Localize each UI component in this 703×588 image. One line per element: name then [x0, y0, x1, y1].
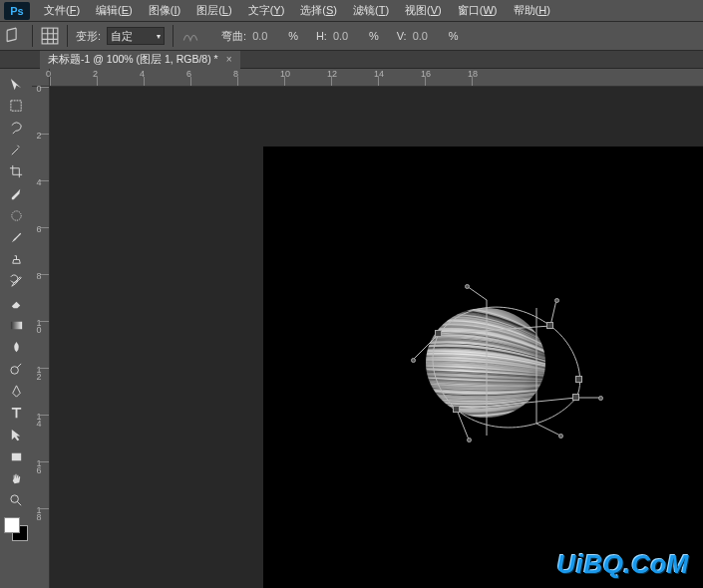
svg-rect-3	[10, 321, 21, 329]
gradient-tool[interactable]	[5, 316, 27, 334]
ruler-tick: 4	[144, 69, 190, 86]
history-brush-tool[interactable]	[5, 272, 27, 290]
svg-rect-1	[10, 100, 20, 110]
zoom-tool[interactable]	[5, 491, 27, 509]
move-tool[interactable]	[5, 75, 27, 93]
magic-wand-tool[interactable]	[5, 141, 27, 158]
warp-shape-dropdown[interactable]: 自定 ▾	[107, 27, 165, 45]
menu-s[interactable]: 选择(S)	[292, 3, 345, 18]
svg-rect-5	[11, 452, 20, 460]
ruler-tick: 14	[32, 415, 49, 461]
horizontal-ruler[interactable]: 024681012141618	[50, 69, 703, 87]
ruler-tick: 18	[32, 508, 49, 555]
close-icon[interactable]: ×	[226, 54, 232, 65]
dodge-tool[interactable]	[5, 360, 27, 378]
document-tab[interactable]: 未标题-1 @ 100% (图层 1, RGB/8) * ×	[40, 51, 240, 69]
ruler-tick: 2	[97, 69, 144, 86]
menu-h[interactable]: 帮助(H)	[506, 3, 558, 18]
ruler-tick: 6	[190, 69, 237, 86]
warp-tool-icon	[6, 27, 24, 45]
eyedropper-tool[interactable]	[5, 184, 27, 202]
ruler-tick: 8	[32, 274, 49, 321]
ruler-tick: 16	[32, 461, 49, 508]
canvas-area[interactable]: 024681012141618 024681012141618	[32, 69, 703, 588]
menu-l[interactable]: 图层(L)	[188, 3, 239, 18]
menu-t[interactable]: 滤镜(T)	[345, 3, 397, 18]
tools-panel	[0, 69, 32, 588]
menu-w[interactable]: 窗口(W)	[450, 3, 506, 18]
ruler-tick: 2	[32, 134, 49, 180]
warp-handle[interactable]	[572, 394, 579, 401]
hand-tool[interactable]	[5, 469, 27, 487]
crop-tool[interactable]	[5, 162, 27, 180]
ruler-tick: 18	[472, 69, 519, 86]
layer-artwork	[401, 278, 610, 447]
ruler-tick: 0	[50, 69, 97, 86]
lasso-tool[interactable]	[5, 119, 27, 137]
ruler-tick: 16	[425, 69, 472, 86]
chevron-down-icon: ▾	[157, 32, 161, 41]
menu-y[interactable]: 文字(Y)	[240, 3, 293, 18]
warp-orientation-icon[interactable]	[181, 27, 199, 45]
options-divider	[67, 25, 68, 47]
menu-e[interactable]: 编辑(E)	[88, 3, 141, 18]
warp-control-point[interactable]	[467, 438, 472, 442]
color-swatches[interactable]	[4, 517, 28, 541]
h-distort-field[interactable]: 0.0	[333, 28, 363, 44]
warp-control-point[interactable]	[558, 434, 563, 439]
clone-stamp-tool[interactable]	[5, 250, 27, 268]
percent-label: %	[449, 30, 459, 42]
work-area: 024681012141618 024681012141618	[0, 69, 703, 588]
svg-point-6	[10, 494, 18, 502]
options-divider	[32, 25, 33, 47]
watermark-text: UiBQ.CoM	[556, 549, 689, 580]
warp-shape-label: 变形:	[76, 29, 101, 44]
foreground-color-swatch[interactable]	[4, 517, 20, 533]
blur-tool[interactable]	[5, 338, 27, 356]
menu-f[interactable]: 文件(F)	[36, 3, 88, 18]
svg-point-2	[11, 210, 20, 219]
pen-tool[interactable]	[5, 382, 27, 400]
warp-handle[interactable]	[435, 330, 442, 337]
ruler-tick: 8	[237, 69, 284, 86]
ruler-tick: 14	[378, 69, 425, 86]
menu-v[interactable]: 视图(V)	[397, 3, 450, 18]
vertical-ruler[interactable]: 024681012141618	[32, 87, 50, 588]
menu-i[interactable]: 图像(I)	[141, 3, 188, 18]
brush-tool[interactable]	[5, 228, 27, 246]
bend-field[interactable]: 0.0	[252, 28, 282, 44]
ruler-tick: 10	[32, 321, 49, 368]
percent-label: %	[369, 30, 379, 42]
bend-label: 弯曲:	[221, 29, 246, 44]
ruler-tick: 12	[331, 69, 378, 86]
warp-handle[interactable]	[575, 376, 582, 383]
percent-label: %	[288, 30, 298, 42]
v-distort-label: V:	[397, 30, 407, 42]
ruler-tick: 6	[32, 227, 49, 274]
warp-control-point[interactable]	[411, 358, 416, 363]
warped-layer[interactable]	[401, 278, 610, 447]
grid-3x3-icon[interactable]	[41, 27, 59, 45]
svg-point-4	[10, 366, 18, 374]
warp-shape-value: 自定	[111, 29, 133, 44]
warp-handle[interactable]	[453, 406, 460, 413]
warp-handle[interactable]	[546, 322, 553, 329]
document-tab-bar: 未标题-1 @ 100% (图层 1, RGB/8) * ×	[0, 51, 703, 69]
warp-control-point[interactable]	[554, 298, 559, 303]
eraser-tool[interactable]	[5, 294, 27, 312]
ruler-tick: 10	[284, 69, 331, 86]
options-bar: 变形: 自定 ▾ 弯曲: 0.0 % H: 0.0 % V: 0.0 %	[0, 22, 703, 51]
ruler-tick: 0	[32, 87, 49, 134]
path-selection-tool[interactable]	[5, 426, 27, 443]
healing-brush-tool[interactable]	[5, 206, 27, 224]
type-tool[interactable]	[5, 404, 27, 422]
warp-control-point[interactable]	[598, 396, 603, 401]
marquee-tool[interactable]	[5, 97, 27, 115]
menu-bar: Ps 文件(F)编辑(E)图像(I)图层(L)文字(Y)选择(S)滤镜(T)视图…	[0, 0, 703, 22]
v-distort-field[interactable]: 0.0	[413, 28, 443, 44]
svg-rect-0	[42, 28, 58, 44]
warp-control-point[interactable]	[465, 284, 470, 289]
ps-logo-icon: Ps	[4, 2, 30, 20]
rectangle-tool[interactable]	[5, 447, 27, 465]
ruler-tick: 4	[32, 180, 49, 227]
